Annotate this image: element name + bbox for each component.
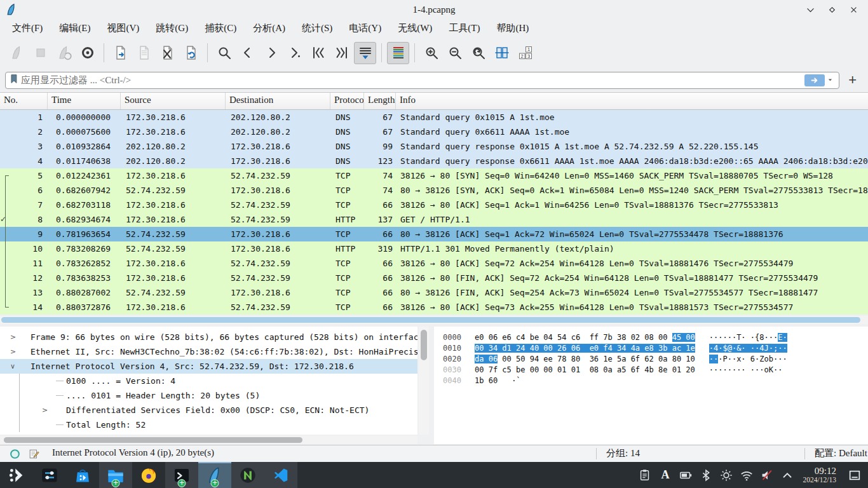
menu-y[interactable]: 电话(Y) bbox=[341, 20, 390, 36]
first-packet-button[interactable] bbox=[307, 42, 329, 64]
show-desktop-icon[interactable] bbox=[846, 466, 863, 484]
packet-row[interactable]: 120.783638253172.30.218.652.74.232.59TCP… bbox=[0, 271, 868, 285]
taskbar-item-file-manager[interactable]: + bbox=[99, 462, 132, 488]
scrollbar-thumb[interactable] bbox=[421, 330, 427, 360]
status-profile[interactable]: 配置: Default bbox=[815, 447, 867, 459]
filter-dropdown-caret-icon[interactable] bbox=[826, 75, 834, 86]
auto-scroll-button[interactable] bbox=[354, 42, 376, 64]
packet-row[interactable]: 140.880372876172.30.218.652.74.232.59TCP… bbox=[0, 300, 868, 315]
volume-muted-icon[interactable] bbox=[759, 466, 776, 484]
window-close-button[interactable] bbox=[848, 4, 859, 15]
taskbar-item-terminal[interactable]: + bbox=[165, 462, 198, 488]
brightness-icon[interactable] bbox=[718, 466, 735, 484]
column-header-destination[interactable]: Destination bbox=[226, 93, 330, 109]
detail-row[interactable]: >Ethernet II, Src: NewH3CTechno_7b:38:02… bbox=[0, 344, 417, 359]
taskbar-item-firefox[interactable] bbox=[132, 462, 165, 488]
scrollbar-thumb[interactable] bbox=[4, 437, 302, 443]
column-header-protocol[interactable]: Protocol bbox=[330, 93, 364, 109]
display-filter-input[interactable] bbox=[21, 75, 804, 86]
expert-info-icon[interactable] bbox=[9, 448, 21, 463]
hex-row[interactable]: 00401b 60·` bbox=[434, 376, 868, 386]
detail-row[interactable]: >Differentiated Services Field: 0x00 (DS… bbox=[0, 403, 417, 417]
start-capture-button[interactable] bbox=[6, 42, 28, 64]
menu-s[interactable]: 统计(S) bbox=[294, 20, 341, 36]
packet-row[interactable]: 10.000000000172.30.218.6202.120.80.2DNS6… bbox=[0, 110, 868, 125]
taskbar-item-wireshark[interactable]: + bbox=[198, 462, 231, 488]
column-header-info[interactable]: Info bbox=[396, 93, 868, 109]
packet-list-hscrollbar[interactable] bbox=[0, 316, 868, 324]
hex-row[interactable]: 0020da 06 00 50 94 ee 78 80 36 1e 5a 6f … bbox=[434, 354, 868, 365]
zoom-in-button[interactable] bbox=[420, 42, 442, 64]
go-to-packet-button[interactable] bbox=[283, 42, 306, 64]
menu-e[interactable]: 编辑(E) bbox=[51, 20, 98, 36]
filter-bookmark-icon[interactable] bbox=[9, 73, 21, 88]
detail-row[interactable]: 0100 .... = Version: 4 bbox=[0, 374, 417, 388]
expand-icon[interactable]: > bbox=[10, 330, 16, 344]
packet-row[interactable]: 70.682703118172.30.218.652.74.232.59TCP6… bbox=[0, 198, 868, 212]
detail-vscrollbar[interactable] bbox=[419, 327, 429, 435]
detail-row[interactable]: ∨Internet Protocol Version 4, Src: 52.74… bbox=[0, 359, 417, 374]
window-minimize-button[interactable] bbox=[804, 4, 816, 15]
reload-file-button[interactable] bbox=[180, 42, 202, 64]
bluetooth-icon[interactable] bbox=[698, 466, 715, 484]
detail-row[interactable]: .... 0101 = Header Length: 20 bytes (5) bbox=[0, 388, 417, 403]
restart-capture-button[interactable] bbox=[53, 42, 75, 64]
menu-a[interactable]: 分析(A) bbox=[245, 20, 294, 36]
detail-row[interactable]: >Frame 9: 66 bytes on wire (528 bits), 6… bbox=[0, 330, 417, 344]
packet-row[interactable]: 130.88028700252.74.232.59172.30.218.6TCP… bbox=[0, 285, 868, 300]
hex-row[interactable]: 001000 34 d1 24 40 00 26 06 e0 f4 34 4a … bbox=[434, 343, 868, 354]
menu-f[interactable]: 文件(F) bbox=[4, 20, 51, 36]
clipboard-icon[interactable] bbox=[637, 466, 654, 484]
window-maximize-button[interactable] bbox=[826, 4, 837, 15]
column-header-source[interactable]: Source bbox=[121, 93, 226, 109]
detail-hscrollbar[interactable] bbox=[0, 436, 417, 444]
packet-row[interactable]: 90.78196365452.74.232.59172.30.218.6TCP6… bbox=[0, 227, 868, 241]
menu-h[interactable]: 帮助(H) bbox=[488, 20, 537, 36]
menu-v[interactable]: 视图(V) bbox=[99, 20, 148, 36]
last-packet-button[interactable] bbox=[330, 42, 353, 64]
go-back-button[interactable] bbox=[236, 42, 259, 64]
add-filter-button[interactable]: + bbox=[842, 72, 863, 90]
taskbar-item-vscode[interactable] bbox=[264, 462, 297, 488]
packet-row[interactable]: 110.783262852172.30.218.652.74.232.59TCP… bbox=[0, 256, 868, 271]
battery-icon[interactable] bbox=[677, 466, 695, 484]
capture-options-button[interactable] bbox=[76, 42, 98, 64]
collapse-icon[interactable]: ∨ bbox=[10, 359, 15, 374]
menu-w[interactable]: 无线(W) bbox=[390, 20, 440, 36]
capture-comment-icon[interactable] bbox=[28, 448, 40, 463]
colorize-packets-button[interactable] bbox=[387, 42, 409, 64]
zoom-out-button[interactable] bbox=[444, 42, 466, 64]
detail-row[interactable]: Total Length: 52 bbox=[0, 417, 417, 432]
stop-capture-button[interactable] bbox=[29, 42, 51, 64]
menu-t[interactable]: 工具(T) bbox=[440, 20, 488, 36]
input-method-icon[interactable]: A bbox=[657, 466, 674, 484]
taskbar-item-app-launcher[interactable] bbox=[0, 462, 33, 488]
packet-row[interactable]: 60.68260794252.74.232.59172.30.218.6TCP7… bbox=[0, 183, 868, 198]
chevron-up-icon[interactable] bbox=[779, 466, 796, 484]
packet-row[interactable]: ✓80.682934674172.30.218.652.74.232.59HTT… bbox=[0, 212, 868, 227]
column-header-no[interactable]: No. bbox=[0, 93, 48, 109]
scrollbar-thumb[interactable] bbox=[1, 317, 860, 323]
expand-icon[interactable]: > bbox=[10, 344, 16, 359]
save-file-button[interactable] bbox=[133, 42, 155, 64]
close-file-button[interactable] bbox=[156, 42, 179, 64]
go-forward-button[interactable] bbox=[260, 42, 282, 64]
column-header-time[interactable]: Time bbox=[48, 93, 121, 109]
hex-row[interactable]: 003000 7f c5 be 00 00 01 01 08 0a a5 6f … bbox=[434, 365, 868, 376]
packet-row[interactable]: 100.78320826952.74.232.59172.30.218.6HTT… bbox=[0, 241, 868, 256]
wifi-icon[interactable] bbox=[738, 466, 756, 484]
apply-filter-button[interactable] bbox=[804, 74, 825, 86]
packet-row[interactable]: 20.000075600172.30.218.6202.120.80.2DNS6… bbox=[0, 125, 868, 139]
layout-123-button[interactable]: 123 bbox=[514, 42, 536, 64]
find-packet-button[interactable] bbox=[213, 42, 235, 64]
menu-c[interactable]: 捕获(C) bbox=[196, 20, 245, 36]
packet-row[interactable]: 50.012242361172.30.218.652.74.232.59TCP7… bbox=[0, 168, 868, 183]
resize-columns-button[interactable] bbox=[491, 42, 513, 64]
taskbar-clock[interactable]: 09:12 2024/12/13 bbox=[803, 466, 836, 484]
hex-row[interactable]: 0000e0 06 e6 c4 be 04 54 c6 ff 7b 38 02 … bbox=[434, 332, 868, 343]
menu-g[interactable]: 跳转(G) bbox=[147, 20, 196, 36]
open-file-button[interactable] bbox=[109, 42, 132, 64]
display-filter-field[interactable] bbox=[5, 72, 839, 89]
taskbar-item-system-settings[interactable] bbox=[33, 462, 66, 488]
taskbar-item-neovim[interactable] bbox=[231, 462, 264, 488]
